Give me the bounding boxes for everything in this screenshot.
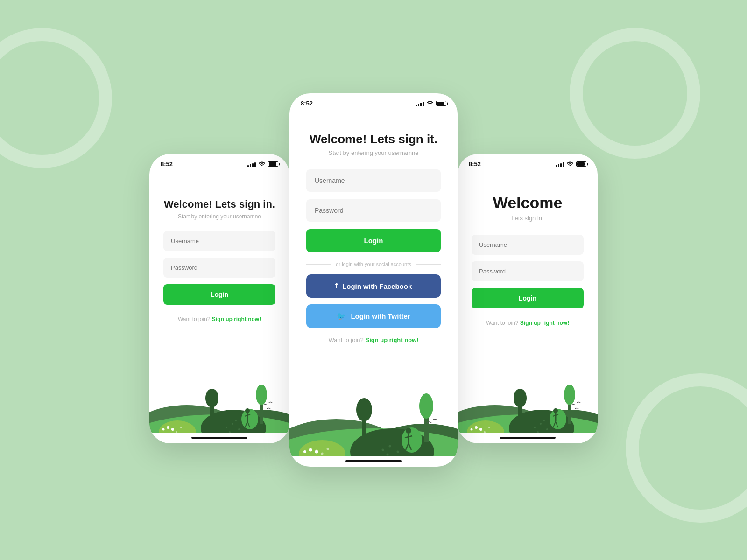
center-content: Welcome! Lets sign it. Start by entering… bbox=[289, 110, 458, 363]
svg-point-32 bbox=[382, 449, 384, 451]
svg-point-12 bbox=[176, 431, 177, 433]
left-signal bbox=[247, 161, 256, 167]
right-welcome-large: Welcome bbox=[472, 194, 584, 212]
svg-point-60 bbox=[546, 428, 548, 430]
facebook-icon: f bbox=[335, 282, 338, 290]
left-time: 8:52 bbox=[161, 161, 173, 168]
center-signal bbox=[416, 101, 424, 106]
left-content: Welcome! Lets sign in. Start by entering… bbox=[149, 170, 289, 358]
right-signup-link[interactable]: Sign up right now! bbox=[520, 320, 569, 326]
twitter-icon: 🐦 bbox=[337, 312, 346, 321]
left-illustration bbox=[149, 358, 289, 433]
right-welcome-sub: Lets sign in. bbox=[472, 215, 584, 222]
left-home-indicator bbox=[191, 437, 247, 439]
svg-point-17 bbox=[256, 385, 267, 405]
center-password-input[interactable] bbox=[306, 199, 441, 222]
center-wifi-icon bbox=[427, 100, 433, 107]
svg-point-61 bbox=[537, 431, 539, 433]
left-phone: 8:52 Welcome! Lets sign in. Start by bbox=[149, 154, 289, 443]
center-battery-icon bbox=[436, 101, 446, 106]
right-phone: 8:52 Welcome Lets sign in. bbox=[458, 154, 598, 443]
svg-point-8 bbox=[229, 431, 231, 433]
twitter-button-label: Login with Twitter bbox=[351, 312, 410, 320]
facebook-button-label: Login with Facebook bbox=[342, 282, 412, 290]
bg-swirl-right2 bbox=[626, 373, 747, 523]
center-status-bar: 8:52 bbox=[289, 93, 458, 110]
right-signal bbox=[556, 161, 564, 167]
center-login-button[interactable]: Login bbox=[306, 229, 441, 252]
svg-point-79 bbox=[471, 428, 473, 431]
center-facebook-button[interactable]: f Login with Facebook bbox=[306, 274, 441, 298]
center-signup-text: Want to join? Sign up right now! bbox=[306, 336, 441, 343]
svg-point-13 bbox=[180, 427, 182, 428]
center-twitter-button[interactable]: 🐦 Login with Twitter bbox=[306, 304, 441, 328]
center-home-indicator bbox=[345, 460, 402, 462]
right-login-button[interactable]: Login bbox=[472, 288, 584, 308]
svg-point-77 bbox=[475, 426, 478, 429]
svg-point-65 bbox=[484, 431, 486, 433]
svg-point-9 bbox=[235, 420, 237, 421]
right-signup-text: Want to join? Sign up right now! bbox=[472, 320, 584, 326]
svg-point-7 bbox=[238, 428, 240, 430]
right-status-bar: 8:52 bbox=[458, 154, 598, 170]
bg-swirl-left bbox=[0, 28, 112, 168]
svg-point-25 bbox=[171, 428, 174, 431]
svg-point-39 bbox=[327, 448, 329, 450]
svg-point-72 bbox=[553, 408, 558, 413]
left-welcome-title: Welcome! Lets sign in. bbox=[163, 198, 275, 210]
left-status-bar: 8:52 bbox=[149, 154, 289, 170]
svg-point-41 bbox=[356, 398, 372, 421]
svg-point-68 bbox=[514, 389, 527, 407]
svg-point-59 bbox=[540, 423, 542, 425]
right-wifi-icon bbox=[567, 161, 573, 168]
left-password-input[interactable] bbox=[163, 258, 275, 278]
center-phone: 8:52 Welcome! Lets sign it. Start by bbox=[289, 93, 458, 467]
left-signup-link[interactable]: Sign up right now! bbox=[212, 316, 261, 322]
left-signup-text: Want to join? Sign up right now! bbox=[163, 316, 275, 322]
right-illustration bbox=[458, 358, 598, 433]
right-home-indicator bbox=[500, 437, 556, 439]
phones-container: 8:52 Welcome! Lets sign in. Start by bbox=[149, 93, 598, 467]
svg-point-34 bbox=[397, 451, 399, 453]
svg-point-24 bbox=[167, 426, 169, 429]
svg-point-15 bbox=[205, 389, 218, 407]
left-wifi-icon bbox=[259, 161, 265, 168]
left-status-icons bbox=[247, 161, 278, 168]
center-signup-link[interactable]: Sign up right now! bbox=[365, 336, 418, 343]
right-content: Welcome Lets sign in. Login Want to join… bbox=[458, 170, 598, 358]
right-battery-icon bbox=[576, 161, 586, 167]
center-divider: or login with your social accounts bbox=[306, 261, 441, 267]
svg-point-6 bbox=[232, 423, 233, 425]
left-welcome-sub: Start by entering your usernamne bbox=[163, 213, 275, 220]
center-status-icons bbox=[416, 100, 446, 107]
right-password-input[interactable] bbox=[472, 261, 584, 281]
svg-point-51 bbox=[315, 450, 318, 454]
svg-point-33 bbox=[389, 445, 391, 448]
svg-point-26 bbox=[162, 428, 165, 431]
svg-point-58 bbox=[534, 427, 536, 428]
svg-point-50 bbox=[309, 448, 312, 452]
svg-point-43 bbox=[419, 393, 433, 419]
left-login-button[interactable]: Login bbox=[163, 284, 275, 305]
right-time: 8:52 bbox=[469, 161, 481, 168]
svg-point-62 bbox=[543, 420, 545, 421]
svg-point-66 bbox=[488, 427, 490, 428]
center-time: 8:52 bbox=[301, 100, 313, 107]
center-welcome-title: Welcome! Lets sign it. bbox=[306, 132, 441, 147]
svg-point-19 bbox=[245, 408, 250, 413]
center-divider-text: or login with your social accounts bbox=[336, 261, 411, 267]
left-battery-icon bbox=[268, 161, 278, 167]
center-welcome-sub: Start by entering your usernamne bbox=[306, 149, 441, 156]
svg-point-38 bbox=[321, 453, 324, 455]
center-username-input[interactable] bbox=[306, 169, 441, 192]
center-illustration bbox=[289, 363, 458, 456]
svg-point-45 bbox=[406, 428, 411, 434]
svg-point-5 bbox=[226, 427, 227, 428]
right-username-input[interactable] bbox=[472, 235, 584, 255]
svg-point-35 bbox=[387, 454, 389, 456]
left-username-input[interactable] bbox=[163, 231, 275, 251]
right-status-icons bbox=[556, 161, 586, 168]
svg-point-78 bbox=[479, 428, 482, 431]
svg-point-70 bbox=[564, 385, 575, 405]
svg-point-52 bbox=[303, 450, 306, 453]
